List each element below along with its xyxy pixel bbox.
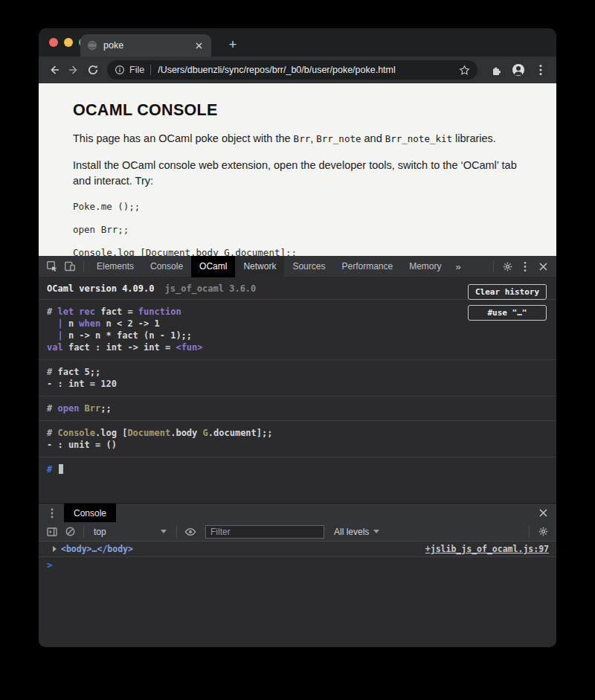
browser-toolbar: File /Users/dbuenzli/sync/repos/brr/_b0/…: [39, 57, 556, 83]
console-prompt-row[interactable]: >: [39, 557, 556, 573]
info-icon[interactable]: [115, 65, 125, 75]
new-tab-button[interactable]: +: [223, 35, 242, 54]
live-expression-eye-icon[interactable]: [181, 523, 199, 541]
drawer-tab-console[interactable]: Console: [64, 504, 116, 523]
console-sidebar-toggle-icon[interactable]: [43, 523, 61, 541]
ocaml-repl-entry: #: [39, 457, 556, 481]
toolbar-divider: [176, 526, 177, 538]
chevron-down-icon: [161, 530, 167, 533]
devtools-tab-sources[interactable]: Sources: [284, 256, 333, 277]
clear-history-button[interactable]: Clear history: [468, 284, 547, 300]
execution-context-label: top: [94, 527, 106, 537]
drawer-close-icon[interactable]: [534, 504, 552, 522]
devtools-tab-console[interactable]: Console: [142, 256, 191, 277]
devtools-tab-network[interactable]: Network: [235, 256, 284, 277]
example-code-line: Poke.me ();;: [73, 201, 522, 212]
page-title: OCAML CONSOLE: [73, 101, 522, 120]
toolbar-right-icons: [483, 60, 550, 80]
devtools-settings-gear-icon[interactable]: [498, 257, 516, 276]
log-levels-label: All levels: [334, 527, 369, 537]
reload-button[interactable]: [83, 60, 103, 80]
tab-close-icon[interactable]: [193, 39, 205, 51]
console-message-row[interactable]: <body>…</body> +jslib_js_of_ocaml.js:97: [39, 542, 556, 557]
clear-console-icon[interactable]: [61, 523, 79, 541]
console-source-link[interactable]: +jslib_js_of_ocaml.js:97: [425, 544, 549, 554]
intro-paragraph: This page has an OCaml poke object with …: [73, 131, 522, 147]
page-content: OCAML CONSOLE This page has an OCaml pok…: [39, 83, 556, 256]
ocaml-console-panel: Clear history #use "…" OCaml version 4.0…: [39, 277, 556, 503]
toolbar-divider: [83, 526, 84, 538]
execution-context-select[interactable]: top: [89, 527, 172, 537]
devtools-tab-ocaml[interactable]: OCaml: [191, 256, 235, 277]
forward-button[interactable]: [64, 60, 83, 80]
toolbar-divider: [83, 260, 84, 272]
toolbar-divider: [493, 260, 494, 272]
devtools-tab-elements[interactable]: Elements: [89, 256, 142, 277]
bookmark-star-icon[interactable]: [459, 65, 470, 76]
device-toolbar-icon[interactable]: [61, 257, 79, 276]
inspect-element-icon[interactable]: [43, 257, 61, 276]
ocaml-repl-entry: # Console.log [Document.body G.document]…: [39, 420, 556, 457]
install-paragraph: Install the OCaml console web extension,…: [73, 158, 522, 189]
ocaml-buttons: Clear history #use "…": [468, 284, 547, 321]
page-favicon-icon: [87, 40, 97, 51]
console-settings-gear-icon[interactable]: [534, 523, 552, 541]
console-toolbar: top All levels: [39, 522, 556, 542]
minimize-window-button[interactable]: [64, 38, 73, 47]
ocaml-repl-entries[interactable]: # let rec fact = function | n when n < 2…: [39, 300, 556, 481]
ocaml-repl-entry: # open Brr;;: [39, 396, 556, 420]
toolbar-divider: [529, 526, 530, 538]
example-code-lines: Poke.me ();;open Brr;;Console.log [Docum…: [73, 201, 522, 256]
browser-menu-icon[interactable]: [531, 60, 550, 80]
jsofocaml-version: js_of_ocaml 3.6.0: [165, 283, 257, 294]
devtools-close-icon[interactable]: [534, 257, 552, 276]
devtools-toolbar: ElementsConsoleOCamlNetworkSourcesPerfor…: [39, 256, 556, 277]
tab-strip: poke +: [39, 28, 556, 57]
devtools-tab-performance[interactable]: Performance: [333, 256, 401, 277]
browser-window: poke + File /Users/dbuenzli/sync/repos/b…: [39, 28, 556, 647]
profile-avatar-icon[interactable]: [509, 60, 528, 80]
expand-triangle-icon[interactable]: [53, 546, 57, 552]
console-empty-area[interactable]: [39, 573, 556, 647]
chevron-down-icon: [373, 530, 379, 533]
tab-title: poke: [103, 40, 123, 51]
devtools-tab-memory[interactable]: Memory: [401, 256, 449, 277]
drawer-tab-bar: Console: [39, 503, 556, 522]
url-path[interactable]: /Users/dbuenzli/sync/repos/brr/_b0/b/use…: [158, 65, 459, 75]
console-logged-node[interactable]: <body>…</body>: [61, 544, 133, 554]
browser-tab[interactable]: poke: [80, 34, 211, 57]
extensions-puzzle-icon[interactable]: [486, 60, 506, 80]
url-separator: [150, 65, 151, 75]
ocaml-repl-entry: # fact 5;;- : int = 120: [39, 359, 556, 396]
ocaml-version: OCaml version 4.09.0: [47, 283, 155, 294]
drawer-menu-icon[interactable]: [43, 504, 61, 522]
more-tabs-button[interactable]: »: [450, 261, 467, 272]
devtools-tabs: ElementsConsoleOCamlNetworkSourcesPerfor…: [89, 256, 450, 277]
devtools-menu-icon[interactable]: [516, 257, 534, 276]
console-prompt-chevron: >: [47, 560, 52, 571]
url-scheme-label: File: [129, 65, 144, 75]
url-bar[interactable]: File /Users/dbuenzli/sync/repos/brr/_b0/…: [107, 60, 477, 80]
use-file-button[interactable]: #use "…": [468, 305, 547, 321]
close-window-button[interactable]: [49, 38, 58, 47]
example-code-line: Console.log [Document.body G.document];;: [73, 247, 522, 256]
back-button[interactable]: [45, 60, 64, 80]
console-filter-input[interactable]: [205, 525, 324, 539]
example-code-line: open Brr;;: [73, 224, 522, 235]
log-levels-select[interactable]: All levels: [334, 527, 379, 537]
